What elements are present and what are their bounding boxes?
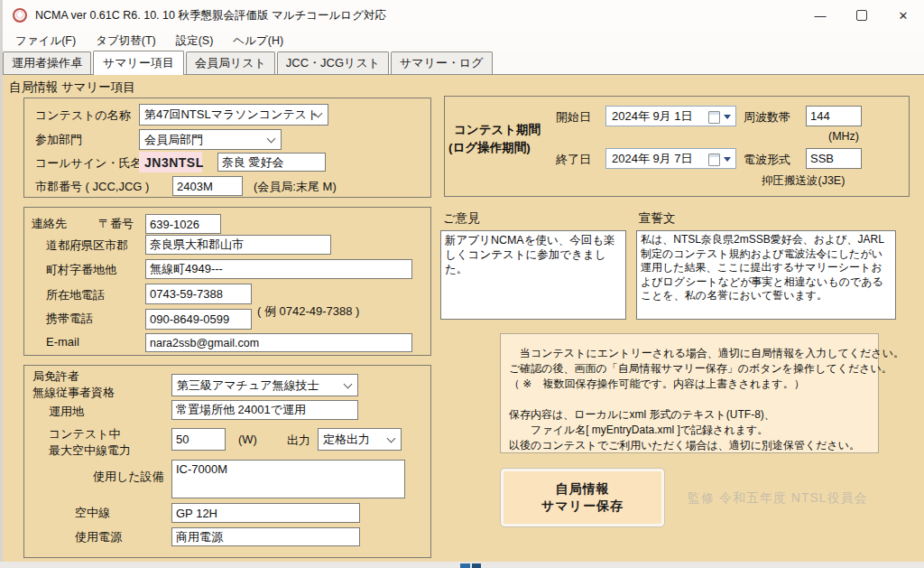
power-label-line1: コンテスト中	[49, 426, 121, 442]
menu-settings[interactable]: 設定(S)	[166, 31, 224, 51]
menu-help[interactable]: ヘルプ(H)	[223, 31, 293, 51]
opinion-textarea[interactable]: 新アプリNCMAを使い、今回も楽しくコンテストに参加できました。	[440, 230, 626, 320]
tab-summary-items[interactable]: サマリー項目	[93, 51, 184, 75]
period-title-line1: コンテスト期間	[454, 122, 541, 138]
close-icon: ✕	[899, 9, 909, 23]
jcc-note: (会員局:末尾 M)	[254, 179, 337, 195]
power-label-line2: 最大空中線電力	[49, 442, 131, 459]
window-title: NCMA ver 0.61C R6. 10. 10 秋季懇親会評価版 マルチコー…	[35, 8, 386, 23]
save-summary-button[interactable]: 自局情報 サマリー保存	[501, 469, 664, 526]
taskbar-fragment	[472, 563, 481, 568]
menu-tab-switch[interactable]: タブ切替(T)	[86, 31, 166, 51]
app-window: NCMA ver 0.61C R6. 10. 10 秋季懇親会評価版 マルチコー…	[0, 0, 924, 568]
title-bar: NCMA ver 0.61C R6. 10. 10 秋季懇親会評価版 マルチコー…	[0, 0, 924, 31]
end-date-label: 終了日	[556, 152, 591, 168]
power-supply-input[interactable]	[171, 527, 360, 546]
tab-summary-log[interactable]: サマリー・ログ	[391, 51, 493, 74]
notice-line: 以後のコンテストでご利用いただく場合は、適切に別途保管ください。	[509, 438, 873, 453]
app-icon	[13, 8, 27, 23]
menu-file[interactable]: ファイル(F)	[5, 31, 86, 51]
band-input[interactable]	[806, 106, 862, 126]
power-unit-label: (W)	[238, 433, 257, 446]
oath-textarea[interactable]: 私は、NTSL奈良県2mSSB愛好会、および、JARL制定のコンテスト規約および…	[636, 230, 896, 320]
tab-member-list[interactable]: 会員局リスト	[186, 51, 275, 74]
power-input[interactable]	[171, 428, 226, 451]
entry-notice-box: 当コンテストにエントリーされる場合、適切に自局情報を入力してください。 ご確認の…	[500, 333, 879, 453]
notice-line: （ ※ 複数回保存操作可能です。内容は上書きされます。）	[509, 377, 873, 392]
oath-label: 宣誓文	[639, 210, 676, 227]
save-button-line2: サマリー保存	[541, 498, 624, 515]
notice-line: ファイル名[ myEntryData.xml ]で記録されます。	[509, 423, 873, 438]
save-button-line1: 自局情報	[556, 481, 610, 498]
phone-label: 所在地電話	[46, 287, 105, 303]
band-unit-label: (MHz)	[828, 130, 859, 143]
maximize-icon	[856, 10, 867, 21]
opinion-label: ご意見	[443, 210, 480, 227]
chevron-down-icon	[267, 134, 276, 143]
start-date-value: 2024年 9月 1日	[612, 108, 693, 125]
start-date-picker[interactable]: 2024年 9月 1日	[605, 106, 736, 126]
power-supply-label: 使用電源	[75, 529, 122, 545]
town-label: 町村字番地他	[46, 262, 116, 278]
jcc-label: 市郡番号 ( JCC,JCG )	[35, 179, 149, 195]
tab-jcc-jcg-list[interactable]: JCC・JCGリスト	[277, 51, 389, 74]
contest-name-select[interactable]: 第47回NTSLマラソンコンテスト	[139, 104, 328, 126]
notice-line: ご確認の後、画面の「自局情報サマリー保存」のボタンを操作してください。	[509, 361, 873, 377]
division-value: 会員局部門	[144, 132, 203, 148]
division-select[interactable]: 会員局部門	[139, 129, 282, 150]
taskbar-fragment	[460, 563, 470, 568]
mode-note: 抑圧搬送波(J3E)	[762, 173, 845, 189]
minimize-button[interactable]: —	[799, 0, 841, 31]
operating-site-label: 運用地	[49, 404, 84, 420]
operator-name-input[interactable]	[217, 153, 326, 172]
email-input[interactable]	[145, 333, 412, 352]
output-value: 定格出力	[323, 432, 370, 448]
contest-period-panel: コンテスト期間 (ログ操作期間) 開始日 2024年 9月 1日 終了日 202…	[444, 96, 910, 197]
mode-input[interactable]	[806, 148, 862, 169]
callsign-label: コールサイン・氏名	[35, 155, 143, 172]
window-controls: — ✕	[799, 0, 924, 31]
maximize-button[interactable]	[841, 0, 882, 31]
jcc-input[interactable]	[172, 176, 243, 196]
prefecture-input[interactable]	[145, 235, 331, 255]
operating-site-input[interactable]	[171, 400, 358, 420]
output-select[interactable]: 定格出力	[318, 428, 402, 451]
contest-info-panel: コンテストの名称 第47回NTSLマラソンコンテスト 参加部門 会員局部門 コー…	[23, 98, 431, 198]
town-input[interactable]	[145, 259, 412, 279]
contact-panel: 連絡先 〒番号 道都府県区市郡 町村字番地他 所在地電話 携帯電話 ( 例 07…	[23, 207, 431, 356]
tab-operator-console[interactable]: 運用者操作卓	[3, 51, 91, 74]
equipment-textarea[interactable]: IC-7000M	[171, 460, 405, 498]
zip-input[interactable]	[145, 214, 221, 234]
chevron-down-icon	[387, 433, 396, 442]
division-label: 参加部門	[35, 132, 82, 148]
contest-name-value: 第47回NTSLマラソンコンテスト	[144, 107, 319, 123]
equipment-label: 使用した設備	[93, 469, 164, 485]
dropdown-arrow-icon	[724, 115, 731, 119]
qualification-value: 第三級アマチュア無線技士	[177, 377, 319, 394]
prefecture-label: 道都府県区市郡	[46, 237, 128, 254]
zip-label: 〒番号	[98, 216, 134, 232]
page-title: 自局情報 サマリー項目	[9, 79, 135, 96]
license-panel: 局免許者 無線従事者資格 第三級アマチュア無線技士 運用地 コンテスト中 最大空…	[23, 365, 431, 558]
close-button[interactable]: ✕	[882, 0, 924, 31]
email-label: E-mail	[46, 335, 79, 349]
end-date-picker[interactable]: 2024年 9月 7日	[605, 148, 736, 169]
band-label: 周波数帯	[744, 109, 790, 126]
contest-name-label: コンテストの名称	[35, 107, 131, 124]
antenna-input[interactable]	[171, 503, 360, 523]
antenna-label: 空中線	[75, 505, 110, 521]
notice-line: 保存内容は、ローカルにxml 形式のテキスト(UTF-8)、	[509, 407, 873, 423]
contact-title: 連絡先	[32, 216, 67, 232]
dropdown-arrow-icon	[724, 157, 731, 162]
qualification-label: 無線従事者資格	[32, 385, 115, 401]
mobile-input[interactable]	[145, 309, 252, 330]
qualification-select[interactable]: 第三級アマチュア無線技士	[171, 374, 358, 396]
phone-example-note: ( 例 0742-49-7388 )	[257, 303, 359, 320]
menu-bar: ファイル(F) タブ切替(T) 設定(S) ヘルプ(H)	[0, 31, 924, 51]
phone-input[interactable]	[145, 284, 252, 304]
calendar-icon	[708, 154, 720, 166]
minimize-icon: —	[815, 9, 827, 23]
output-label: 出力	[287, 433, 310, 449]
license-holder-label: 局免許者	[32, 368, 79, 385]
start-date-label: 開始日	[556, 109, 591, 126]
